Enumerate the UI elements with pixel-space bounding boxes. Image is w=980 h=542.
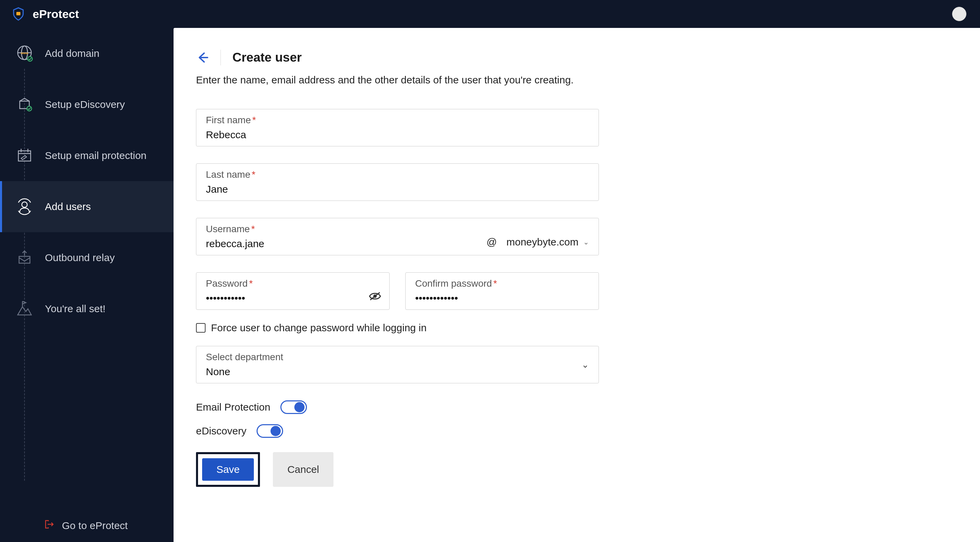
sidebar-item-label: Setup eDiscovery bbox=[45, 99, 125, 110]
box-check-icon bbox=[14, 94, 35, 115]
eye-off-icon[interactable] bbox=[368, 291, 382, 303]
department-field[interactable]: Select department None ⌄ bbox=[196, 346, 599, 383]
ediscovery-label: eDiscovery bbox=[196, 425, 247, 437]
save-button[interactable]: Save bbox=[202, 458, 254, 481]
sidebar-item-outbound-relay[interactable]: Outbound relay bbox=[0, 232, 173, 283]
calendar-edit-icon bbox=[14, 145, 35, 166]
password-field[interactable]: Password* ••••••••••• bbox=[196, 273, 390, 310]
confirm-password-input[interactable]: •••••••••••• bbox=[415, 292, 589, 304]
first-name-field[interactable]: First name* bbox=[196, 109, 599, 147]
at-symbol: @ bbox=[487, 236, 497, 248]
brand: eProtect bbox=[11, 6, 79, 21]
sidebar: WWW Add domain Setup eDiscovery Setup em… bbox=[0, 28, 173, 542]
force-change-label: Force user to change password while logg… bbox=[211, 322, 427, 334]
sidebar-footer-label: Go to eProtect bbox=[62, 520, 127, 531]
page-header: Create user bbox=[196, 50, 958, 65]
avatar[interactable] bbox=[952, 7, 966, 21]
topbar: eProtect bbox=[0, 0, 980, 28]
required-marker: * bbox=[252, 169, 256, 180]
username-field[interactable]: Username* @ moneybyte.com ⌄ bbox=[196, 218, 599, 255]
password-input[interactable]: ••••••••••• bbox=[206, 292, 380, 304]
sidebar-item-all-set[interactable]: You're all set! bbox=[0, 283, 173, 334]
globe-icon: WWW bbox=[14, 43, 35, 64]
first-name-input[interactable] bbox=[206, 129, 589, 140]
sidebar-footer-link[interactable]: Go to eProtect bbox=[0, 509, 173, 542]
ediscovery-toggle[interactable] bbox=[256, 424, 283, 438]
force-change-row[interactable]: Force user to change password while logg… bbox=[196, 322, 958, 334]
back-button[interactable] bbox=[196, 51, 209, 64]
username-input[interactable] bbox=[206, 238, 477, 250]
save-button-highlight: Save bbox=[196, 452, 260, 487]
exit-icon bbox=[44, 519, 54, 532]
button-row: Save Cancel bbox=[196, 452, 958, 487]
svg-text:WWW: WWW bbox=[21, 52, 29, 55]
flag-mountain-icon bbox=[14, 298, 35, 320]
required-marker: * bbox=[252, 115, 256, 126]
email-protection-toggle[interactable] bbox=[280, 400, 307, 414]
brand-logo-icon bbox=[11, 6, 26, 21]
email-protection-toggle-row: Email Protection bbox=[196, 400, 958, 414]
required-marker: * bbox=[251, 224, 255, 234]
svg-rect-12 bbox=[19, 257, 30, 263]
brand-name: eProtect bbox=[33, 8, 79, 21]
page-subtitle: Enter the name, email address and the ot… bbox=[196, 74, 958, 86]
cancel-button[interactable]: Cancel bbox=[273, 452, 333, 487]
sidebar-item-add-users[interactable]: Add users bbox=[0, 181, 173, 232]
sidebar-item-label: You're all set! bbox=[45, 303, 105, 314]
email-protection-label: Email Protection bbox=[196, 402, 270, 413]
sidebar-item-label: Add domain bbox=[45, 48, 99, 59]
sidebar-item-add-domain[interactable]: WWW Add domain bbox=[0, 28, 173, 79]
confirm-password-label: Confirm password* bbox=[415, 278, 589, 289]
first-name-label: First name* bbox=[206, 115, 589, 126]
required-marker: * bbox=[493, 278, 497, 289]
sidebar-item-setup-ediscovery[interactable]: Setup eDiscovery bbox=[0, 79, 173, 130]
last-name-label: Last name* bbox=[206, 169, 589, 180]
sidebar-item-label: Add users bbox=[45, 201, 91, 212]
sidebar-item-label: Setup email protection bbox=[45, 150, 147, 161]
department-value: None bbox=[206, 366, 589, 378]
sidebar-item-label: Outbound relay bbox=[45, 252, 115, 263]
department-label: Select department bbox=[206, 352, 589, 363]
sidebar-item-setup-email-protection[interactable]: Setup email protection bbox=[0, 130, 173, 181]
last-name-field[interactable]: Last name* bbox=[196, 163, 599, 201]
domain-value: moneybyte.com bbox=[506, 236, 579, 248]
ediscovery-toggle-row: eDiscovery bbox=[196, 424, 958, 438]
force-change-checkbox[interactable] bbox=[196, 323, 205, 333]
last-name-input[interactable] bbox=[206, 183, 589, 195]
username-label: Username* bbox=[206, 224, 589, 234]
required-marker: * bbox=[249, 278, 253, 289]
confirm-password-field[interactable]: Confirm password* •••••••••••• bbox=[405, 273, 599, 310]
domain-select[interactable]: moneybyte.com ⌄ bbox=[506, 236, 589, 248]
page-title: Create user bbox=[232, 50, 302, 65]
outbound-icon bbox=[14, 247, 35, 269]
main-panel: Create user Enter the name, email addres… bbox=[173, 28, 980, 542]
chevron-down-icon: ⌄ bbox=[582, 360, 589, 370]
svg-point-11 bbox=[22, 202, 27, 207]
password-label: Password* bbox=[206, 278, 380, 289]
user-sync-icon bbox=[14, 196, 35, 218]
svg-rect-0 bbox=[16, 12, 21, 15]
chevron-down-icon: ⌄ bbox=[583, 238, 589, 246]
